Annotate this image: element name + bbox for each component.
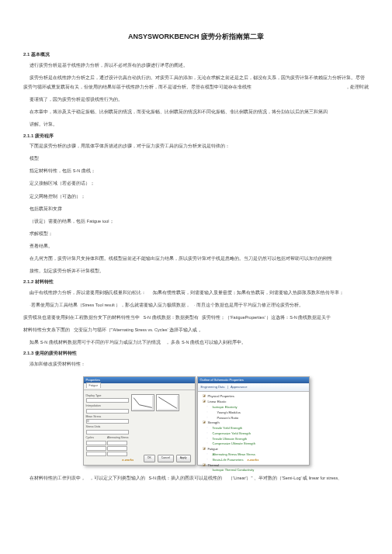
text: 疲劳分析是在线性静力分析之后，通过设计仿真自动执行的。对疲劳工具的添加，无论在求… [23, 75, 365, 89]
para: 材料特性分支条下面的 交变应力与循环（"'Alternating Stress … [23, 325, 369, 334]
altstress-input[interactable] [107, 446, 127, 451]
section-211: 2.1.1 疲劳程序 [23, 133, 369, 140]
cycles-input[interactable] [86, 446, 106, 451]
section-212: 2.1.2 材料特性 [23, 279, 369, 286]
text: ·如果有惯性载荷，则需要输入质量密度；如果有热载荷，则需要输入热膨胀系数和热传导… [152, 290, 345, 295]
tree-leaf[interactable]: Tensile Yield Strength [202, 426, 305, 431]
tree-leaf[interactable]: Young's Modulus [202, 410, 305, 416]
material-tree[interactable]: Physical Properties Linear Elastic Isotr… [198, 392, 309, 476]
cycles-input[interactable] [86, 441, 106, 445]
list-item: 包括载荷和支撑 [29, 204, 369, 213]
text: 疲劳特性；（'FatigueProperties' ）这选将：S-N 曲线数据是… [202, 315, 331, 320]
tree-node[interactable]: Physical Properties [202, 394, 305, 400]
label: Cycles [86, 436, 95, 441]
list-item: 模型 [29, 154, 369, 163]
tree-node[interactable]: Linear Elastic [202, 400, 305, 405]
label: Alternating Stress [107, 436, 129, 441]
text: 如果 S-N 曲线材料数据用可于不同的平均应力或应力比下的情况 [29, 340, 161, 345]
text: 由于有线性静力分析，所以需要用到杨氏模量和泊松比： [29, 290, 146, 295]
text: · 而且这个数据也是用于平均应力修正理论疲劳分析。 [194, 303, 304, 307]
text: 交变应力与循环（"'Alternating Stress vs. Cycles'… [74, 327, 203, 332]
page-title: ANSYSWORKBENCH 疲劳分析指南第二章 [23, 31, 369, 42]
para: 疲劳分析是在线性静力分析之后，通过设计仿真自动执行的。对疲劳工具的添加，无论在求… [23, 73, 369, 92]
para: 在本章中，将涉及关于稳定振幅、比例载荷的情况，而变化振幅、比例载荷的情况和不同化… [23, 107, 369, 116]
sn-chart-thumb [131, 394, 154, 411]
mean-stress-input[interactable]: 0 [86, 419, 129, 424]
text: 多条 S-N 曲线也可以输入到程序中。 [171, 340, 246, 345]
list-item: 指定材料特性，包括 S-N 曲线； [29, 166, 369, 175]
apply-button[interactable]: Apply [176, 455, 191, 462]
para: 要谨慎了，因为疲劳分析是假设线性行为的。 [23, 95, 369, 104]
text: ，可以定义下列类型输入的 [89, 476, 145, 480]
tab-fatigue[interactable]: Fatigue [86, 383, 102, 388]
tree-node[interactable]: Thermal [202, 463, 305, 469]
tree-node[interactable]: Fatigue [202, 447, 305, 452]
text: 疲劳模块也需要使用到在工程数据分支下的材料特性当中 [23, 315, 140, 320]
tree-leaf[interactable]: Tensile Ultimate Strength [202, 437, 305, 442]
text: 材料特性分支条下面的 [23, 327, 70, 332]
para: 接性。划定疲劳分析并不计算模型。 [23, 266, 369, 275]
dialog-body: Display Type Interpolation Mean Stress 0… [84, 392, 195, 460]
tab-engdata[interactable]: Engineering Data [201, 385, 225, 389]
para: 添加和修改疲劳材料特性： [23, 359, 369, 369]
tree-leaf[interactable]: Compressive Ultimate Strength [202, 441, 305, 447]
para: 进行疲劳分析是基于线性静力分析，所以不必对所有的步骤进行详尽的阐述。 [23, 61, 369, 70]
tree-leaf[interactable]: Poisson's Ratio [202, 416, 305, 421]
altstress-input[interactable] [107, 452, 127, 456]
tab-strip: Fatigue [84, 383, 195, 390]
tab-strip: Engineering Data | Appearance [198, 383, 309, 392]
tree-leaf[interactable]: Isotropic Thermal Conductivity [202, 468, 305, 473]
text: （'Linear'）" 、半对数的（'Semi-Log' 或 linear fo… [228, 476, 339, 480]
para: 如果 S-N 曲线材料数据用可于不同的平均应力或应力比下的情况 ， 多条 S-N… [23, 338, 369, 347]
tree-leaf[interactable]: Isotropic Elasticity [202, 405, 305, 410]
text: S-N 曲线数据：数据类型有 [144, 315, 199, 320]
tree-node[interactable]: Strength [202, 421, 305, 426]
cycles-input[interactable] [86, 452, 106, 456]
altstress-input[interactable] [107, 441, 127, 445]
figure-container: Properties Fatigue Display Type Interpol… [23, 376, 369, 466]
text: ·若果使用应力工具结果（Stress Tool result ），那么就需要输入… [29, 303, 190, 307]
tree-leaf[interactable]: Compressive Yield Strength [202, 431, 305, 437]
list-item: 定义接触区域（若必要的话）； [29, 178, 369, 188]
para: 由于有线性静力分析，所以需要用到杨氏模量和泊松比： ·如果有惯性载荷，则需要输入… [23, 288, 369, 297]
eworks-logo: e-works [122, 458, 134, 462]
tab-appearance[interactable]: Appearance [231, 385, 248, 389]
section-213: 2.1.3 使用的疲劳材料特性 [23, 350, 369, 358]
interpolation-select[interactable] [86, 409, 129, 414]
list-item: 求解模型； [29, 229, 369, 238]
display-type-select[interactable] [86, 398, 129, 403]
text: 在材料特性的工作列表中， [29, 476, 85, 480]
text: S-N 曲线：插入的图表可以是线性的 [148, 476, 222, 480]
para: 讲解。计算。 [23, 119, 369, 129]
para: 疲劳模块也需要使用到在工程数据分支下的材料特性当中 S-N 曲线数据：数据类型有… [23, 313, 369, 322]
eworks-logo: e-works [247, 458, 258, 462]
list-item: （设定）需要的结果，包括 Fatigue tool； [29, 216, 369, 226]
dialog-left-col: Display Type Interpolation Mean Stress 0… [86, 394, 129, 458]
list-item: 定义网格控制（可选的）； [29, 192, 369, 201]
para: ·若果使用应力工具结果（Stress Tool result ），那么就需要输入… [23, 300, 369, 310]
para: 在几何方面，疲劳计算只支持体和面。线模型目前还不能输出应力结果，所以疲劳计算对于… [23, 254, 369, 263]
para: 下面是疲劳分析的步骤，用黑体字体所描述的步骤，对于应力疲劳工具的应力分析来说是特… [23, 141, 369, 151]
ok-button[interactable]: OK [144, 455, 155, 462]
dialog-titlebar: Outline of Schematic Properties [198, 377, 309, 383]
para: 在材料特性的工作列表中， ，可以定义下列类型输入的 S-N 曲线：插入的图表可以… [23, 473, 369, 483]
engineering-data-dialog: Outline of Schematic Properties Engineer… [197, 376, 310, 466]
list-item: 查看结果。 [29, 241, 369, 251]
cancel-button[interactable]: Cancel [158, 455, 174, 462]
section-21: 2.1 基本概况 [23, 51, 369, 59]
dialog-right-col [131, 394, 193, 458]
stress-units-select[interactable] [86, 430, 129, 435]
properties-dialog: Properties Fatigue Display Type Interpol… [83, 376, 196, 466]
margin-note: ，处理时就 [339, 82, 369, 92]
sn-chart-thumb [156, 394, 179, 411]
